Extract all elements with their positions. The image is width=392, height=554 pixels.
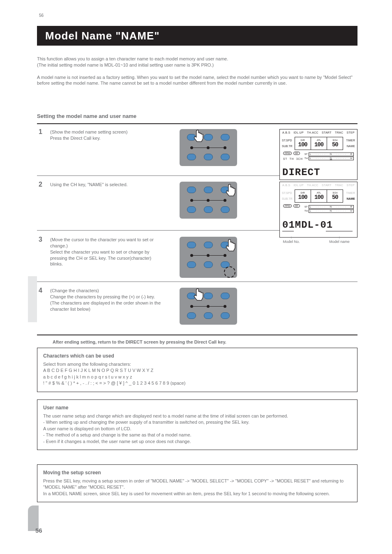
page-number-top: 56 <box>39 13 44 18</box>
lcd-right-label: TIMER <box>346 138 355 143</box>
lcd-top-label: A.B.S <box>282 131 290 134</box>
header-bar: Model Name "NAME" <box>37 26 357 46</box>
lcd-top-label: A.B.S <box>282 184 290 187</box>
intro-p2: (The initial setting model name is MDL-0… <box>37 62 357 68</box>
lcd-top-label: START <box>322 184 332 187</box>
intro-p3: A model name is not inserted as a factor… <box>37 74 357 87</box>
characters-box: Characters which can be used Select from… <box>37 348 357 392</box>
lcd-ppm-badge: PPM <box>283 152 292 155</box>
lcd-bar-label: ST <box>304 152 308 156</box>
box2-body: The user name setup and change which are… <box>43 413 351 445</box>
lcd-bottom-text: 01MDL-01 <box>282 219 355 231</box>
lcd-bar-label: TH <box>304 209 308 213</box>
lcd-cell-value: 50 <box>332 141 338 148</box>
lcd-screen-1: A.B.S IDL.UP TH.ACC START TRAC STEP ST.S… <box>279 129 357 180</box>
dashed-highlight-icon <box>224 266 235 278</box>
lcd-cell-value: 100 <box>314 194 323 201</box>
lcd-bar-n: N <box>330 209 332 213</box>
lcd-top-label: TH.ACC <box>307 131 318 134</box>
lcd-bar-r: R <box>350 205 353 209</box>
box1-title: Characters which can be used <box>43 353 351 359</box>
lcd-bar-l: L <box>310 156 311 160</box>
step-1-line-a: (Show the model name setting screen) <box>50 129 165 135</box>
lcd-top-label: TRAC <box>335 131 343 134</box>
intro-p1: This function allows you to assign a ten… <box>37 56 357 62</box>
lcd-top-label: START <box>322 131 332 134</box>
keypad-diagram <box>165 284 251 325</box>
step-text: (Move the cursor to the character you wa… <box>50 233 165 278</box>
lcd-bar-h: H <box>350 156 353 160</box>
side-tab-light <box>28 276 37 322</box>
step-3-line-a: (Move the cursor to the character you wa… <box>50 237 165 249</box>
lcd-right-label: TIMER <box>346 190 355 196</box>
divider <box>37 123 357 124</box>
lcd-cell-value: 100 <box>298 194 307 201</box>
lcd-bar-label: ST <box>304 205 308 209</box>
lcd-left-label: SUB.TR <box>282 196 293 202</box>
lcd-cell-value: 100 <box>314 141 323 148</box>
intro-text: This function allows you to assign a ten… <box>37 56 357 86</box>
lcd-ppm-badge: PPM <box>283 204 292 208</box>
lcd-screen-2: A.B.S IDL.UP TH.ACC START TRAC STEP ST.S… <box>279 182 357 238</box>
lcd-left-label: ST.SPD <box>282 190 293 196</box>
lcd-rf-badge: RF <box>293 152 300 155</box>
lcd-bar-l: L <box>310 209 311 213</box>
lcd-top-label: TH.ACC <box>307 184 318 187</box>
lcd-top-label: IDL.UP <box>294 184 304 187</box>
lcd-rf-badge: RF <box>293 204 300 208</box>
box3-title: Moving the setup screen <box>43 470 351 476</box>
lcd-right-label: NAME <box>346 196 355 202</box>
keypad-diagram <box>165 178 251 238</box>
lcd-bar-h: H <box>350 209 353 213</box>
lcd-top-label: TRAC <box>335 184 343 187</box>
lcd-left-label: ST.SPD <box>282 138 293 143</box>
header-title: Model Name "NAME" <box>45 30 160 42</box>
lcd-bar-r: R <box>350 152 353 156</box>
hand-pointer-icon <box>192 128 207 145</box>
hand-pointer-icon <box>224 238 239 254</box>
step-3-line-b: Select the character you want to set or … <box>50 249 165 268</box>
box1-body: Select from among the following characte… <box>43 361 351 387</box>
keypad-diagram <box>165 126 251 180</box>
lcd-st-label: ST <box>283 157 287 160</box>
step-text: (Show the model name setting screen) Pre… <box>50 126 165 180</box>
lcd-top-label: IDL.UP <box>294 131 304 134</box>
hand-pointer-icon <box>192 287 207 303</box>
step-number: 4 <box>37 284 50 325</box>
step-4-line-b: Change the characters by pressing the (+… <box>50 294 165 300</box>
keypad-diagram <box>165 233 251 278</box>
lcd-top-label: STEP <box>347 131 355 134</box>
divider <box>37 335 357 335</box>
lcd-bar-n: N <box>330 152 332 156</box>
lcd-top-label: STEP <box>347 184 355 187</box>
hand-pointer-icon <box>224 182 239 199</box>
step-1-row: 1 (Show the model name setting screen) P… <box>37 126 357 180</box>
lcd-bar-label: TH <box>304 156 308 160</box>
page-number-footer: 56 <box>35 527 42 534</box>
lcd-left-label: SUB.TR <box>282 143 293 149</box>
lcd-bottom-text: DIRECT <box>282 167 355 178</box>
step-number: 3 <box>37 233 50 278</box>
lcd-bar-n: N <box>330 156 332 160</box>
step-text: Using the CH key, "NAME" is selected. <box>50 178 165 238</box>
step-2-row: 2 Using the CH key, "NAME" is selected. … <box>37 178 357 238</box>
return-instruction: After ending setting, return to the DIRE… <box>53 339 226 344</box>
step-3-row: 3 (Move the cursor to the character you … <box>37 233 357 278</box>
lcd-3ch-label: 3CH <box>296 157 303 160</box>
box3-body: Press the SEL key, moving a setup screen… <box>43 478 351 497</box>
step-4-line-a: (Change the characters) <box>50 288 165 294</box>
divider <box>37 282 357 282</box>
step-number: 2 <box>37 178 50 238</box>
lcd-bar-n: N <box>330 205 332 209</box>
user-name-box: User name The user name setup and change… <box>37 399 357 450</box>
step-4-row: 4 (Change the characters) Change the cha… <box>37 284 357 325</box>
lcd-bar-l: L <box>310 152 311 156</box>
lcd-bar-l: L <box>310 205 311 209</box>
step-number: 1 <box>37 126 50 180</box>
steps-header: Setting the model name and user name <box>37 113 357 119</box>
step-text: (Change the characters) Change the chara… <box>50 284 165 325</box>
lcd-right-label: NAME <box>346 143 355 149</box>
lcd-cell-value: 100 <box>298 141 307 148</box>
step-2-line-a: Using the CH key, "NAME" is selected. <box>50 182 165 188</box>
lcd-cell-value: 50 <box>332 194 338 201</box>
